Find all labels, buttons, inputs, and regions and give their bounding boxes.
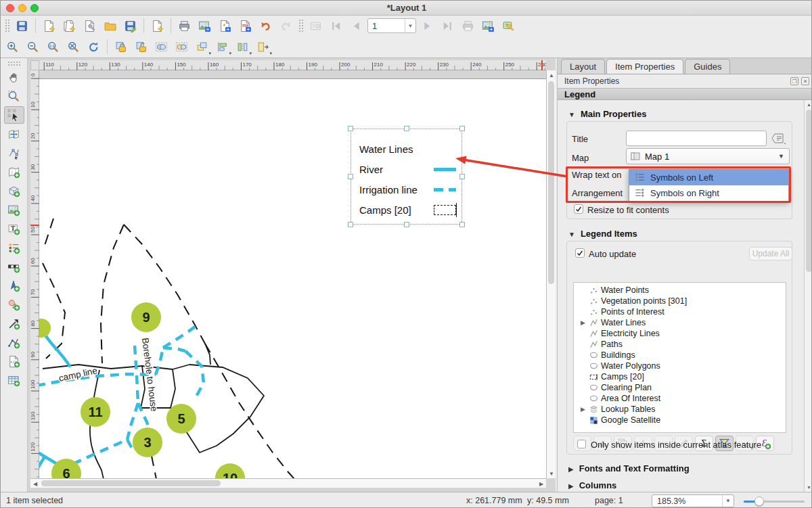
selection-handle[interactable] xyxy=(404,126,409,131)
ungroup-items-button[interactable] xyxy=(173,38,191,55)
zoom-slider-knob[interactable] xyxy=(754,497,764,506)
map-select-combo[interactable]: Map 1 ▼ xyxy=(626,148,790,164)
resize-to-fit-checkbox[interactable] xyxy=(574,204,583,214)
atlas-filter-checkbox[interactable] xyxy=(577,440,586,448)
legend-tree-item[interactable]: Google Satellite xyxy=(574,415,786,425)
legend-tree-item[interactable]: Points of Interest xyxy=(574,306,786,317)
fonts-section-header[interactable]: ▶Fonts and Text Formatting xyxy=(568,463,690,474)
print-button[interactable] xyxy=(175,17,194,34)
unlock-all-items-button[interactable] xyxy=(132,38,150,55)
legend-tree-item[interactable]: Camps [20] xyxy=(574,371,786,382)
atlas-settings-button[interactable] xyxy=(499,17,518,34)
layout-manager-button[interactable] xyxy=(81,17,99,34)
resize-items-button[interactable]: ▾ xyxy=(254,38,272,55)
selection-handle[interactable] xyxy=(459,174,465,179)
canvas-horizontal-scrollbar[interactable]: ◀ ▶ xyxy=(30,478,546,488)
atlas-page-combo[interactable]: 1▼ xyxy=(367,18,416,33)
selection-handle[interactable] xyxy=(404,222,409,227)
legend-tree-item[interactable]: Water Points xyxy=(574,285,786,296)
selection-handle[interactable] xyxy=(459,222,465,227)
save-as-template-button[interactable] xyxy=(121,17,139,34)
scroll-up-arrow[interactable]: ▲ xyxy=(547,70,556,80)
legend-item-selected[interactable]: Water Lines RiverIrrigation lineCamps [2… xyxy=(351,129,462,225)
layout-page[interactable]: 91153610 camp lineBorehole to house Wate… xyxy=(39,78,546,478)
canvas-vertical-scrollbar[interactable]: ▲ ▼ xyxy=(546,70,556,478)
zoom-slider[interactable] xyxy=(744,501,805,503)
selection-handle[interactable] xyxy=(348,126,353,131)
zoom-actual-button[interactable]: 1:1 xyxy=(44,38,62,55)
expand-arrow-icon[interactable]: ▶ xyxy=(581,319,589,326)
tab-guides[interactable]: Guides xyxy=(685,59,730,74)
selection-handle[interactable] xyxy=(348,174,353,179)
zoom-full-button[interactable] xyxy=(64,38,83,55)
add-picture-button[interactable] xyxy=(4,201,24,218)
main-properties-header[interactable]: ▼Main Properties xyxy=(568,109,646,119)
arrangement-dropdown-open[interactable]: Symbols on LeftSymbols on Right xyxy=(629,169,789,202)
save-project-button[interactable] xyxy=(13,17,31,34)
add-shape-button[interactable] xyxy=(4,296,24,313)
zoom-out-button[interactable] xyxy=(24,38,42,55)
raise-selected-items-button[interactable]: ▾ xyxy=(193,38,211,55)
legend-items-tree[interactable]: Water PointsVegetation points [301]Point… xyxy=(573,282,786,433)
legend-tree-item[interactable]: Electricity Lines xyxy=(574,328,786,339)
pan-layout-tool-button[interactable] xyxy=(4,68,24,86)
layout-canvas[interactable]: 1101201301401501601701801902002102202302… xyxy=(28,58,556,492)
add-pages-button[interactable] xyxy=(148,17,166,34)
update-all-button[interactable]: Update All xyxy=(749,247,792,260)
legend-tree-item[interactable]: Water Polygons xyxy=(574,361,786,371)
align-selected-items-button[interactable]: ▾ xyxy=(213,38,231,55)
add-html-button[interactable]: </> xyxy=(4,352,24,370)
select-move-item-tool-button[interactable] xyxy=(4,106,24,124)
columns-section-header[interactable]: ▶Columns xyxy=(568,480,616,490)
new-layout-button[interactable] xyxy=(40,17,58,34)
tab-item-properties[interactable]: Item Properties xyxy=(606,59,683,74)
selection-handle[interactable] xyxy=(459,126,465,131)
add-north-arrow-button[interactable] xyxy=(4,277,24,294)
float-panel-icon[interactable]: ❐ xyxy=(790,77,798,85)
move-item-content-tool-button[interactable] xyxy=(4,125,24,143)
legend-tree-item[interactable]: Vegetation points [301] xyxy=(574,296,786,306)
lock-selected-items-button[interactable] xyxy=(112,38,130,55)
export-atlas-as-image-button[interactable] xyxy=(479,17,497,34)
selection-handle[interactable] xyxy=(348,222,353,227)
add-legend-button[interactable] xyxy=(4,239,24,256)
group-items-button[interactable] xyxy=(152,38,171,55)
add-map-button[interactable] xyxy=(4,163,24,181)
panel-scrollbar[interactable]: ▲ ▼ xyxy=(804,100,812,492)
undo-button[interactable] xyxy=(256,17,275,34)
legend-title-input[interactable] xyxy=(626,131,767,146)
auto-update-checkbox[interactable] xyxy=(575,248,585,258)
legend-tree-item[interactable]: ▶Lookup Tables xyxy=(574,404,786,415)
distribute-items-button[interactable]: ▾ xyxy=(233,38,252,55)
export-pdf-button[interactable]: PDF xyxy=(236,17,254,34)
close-panel-icon[interactable]: ✕ xyxy=(801,77,809,85)
export-image-button[interactable] xyxy=(196,17,214,34)
dropdown-option-symbols-on-right[interactable]: Symbols on Right xyxy=(629,185,788,201)
add-node-item-button[interactable] xyxy=(4,333,24,351)
refresh-view-button[interactable] xyxy=(85,38,103,55)
legend-tree-item[interactable]: Clearing Plan xyxy=(574,382,786,393)
add-arrow-button[interactable] xyxy=(4,315,24,332)
add-scalebar-button[interactable] xyxy=(4,258,24,275)
scroll-right-arrow[interactable]: ▶ xyxy=(537,479,546,488)
scroll-down-arrow[interactable]: ▼ xyxy=(547,469,556,478)
add-label-button[interactable]: T xyxy=(4,220,24,237)
map-item[interactable]: 91153610 camp lineBorehole to house xyxy=(39,79,546,478)
legend-items-header[interactable]: ▼Legend Items xyxy=(568,229,637,239)
load-from-template-button[interactable] xyxy=(101,17,119,34)
export-svg-button[interactable] xyxy=(216,17,234,34)
edit-nodes-item-tool-button[interactable] xyxy=(4,144,24,162)
duplicate-layout-button[interactable] xyxy=(60,17,78,34)
zoom-in-button[interactable] xyxy=(3,38,22,55)
legend-tree-item[interactable]: Area Of Interest xyxy=(574,393,786,404)
tab-layout[interactable]: Layout xyxy=(561,59,605,74)
data-defined-override-button[interactable] xyxy=(770,131,788,146)
dropdown-option-symbols-on-left[interactable]: Symbols on Left xyxy=(629,170,788,185)
scroll-left-arrow[interactable]: ◀ xyxy=(30,479,40,488)
zoom-level-combo[interactable]: 185.3%▼ xyxy=(652,494,734,507)
add-attribute-table-button[interactable] xyxy=(4,371,24,389)
legend-tree-item[interactable]: Paths xyxy=(574,339,786,350)
add-3d-map-button[interactable] xyxy=(4,182,24,200)
zoom-tool-button[interactable] xyxy=(4,87,24,105)
expand-arrow-icon[interactable]: ▶ xyxy=(581,406,589,413)
